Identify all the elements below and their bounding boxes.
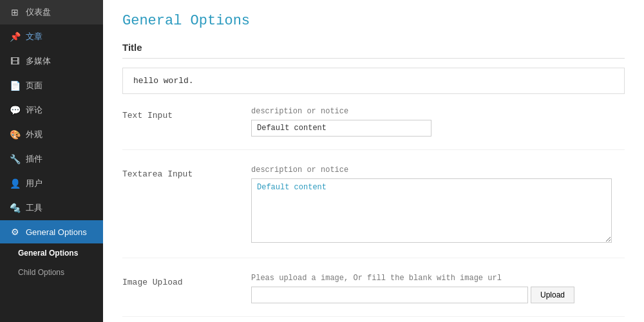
sidebar-item-appearance[interactable]: 🎨 外观 [0, 122, 103, 147]
form-row-textarea-input: Textarea Input description or notice Def… [122, 166, 625, 258]
image-upload-field-group: Pleas upload a image, Or fill the blank … [251, 274, 625, 303]
sidebar-item-media[interactable]: 🎞 多媒体 [0, 49, 103, 73]
upload-row: Upload [251, 287, 625, 303]
sidebar: ⊞ 仪表盘 📌 文章 🎞 多媒体 📄 页面 💬 评论 🎨 外观 🔧 插件 👤 用… [0, 0, 103, 322]
sidebar-item-label: 插件 [26, 153, 43, 165]
text-input-description: description or notice [251, 107, 625, 116]
sidebar-subitem-label: Child Options [18, 268, 64, 277]
sidebar-item-plugins[interactable]: 🔧 插件 [0, 147, 103, 171]
page-title: General Options [122, 13, 625, 29]
sidebar-subitem-label: General Options [18, 249, 78, 258]
form-row-text-input: Text Input description or notice [122, 107, 625, 150]
textarea-description: description or notice [251, 166, 625, 175]
dashboard-icon: ⊞ [9, 7, 21, 17]
sidebar-item-label: General Options [26, 227, 87, 237]
posts-icon: 📌 [9, 32, 21, 42]
tools-icon: 🔩 [9, 203, 21, 213]
sidebar-subitem-child-options[interactable]: Child Options [0, 263, 103, 282]
appearance-icon: 🎨 [9, 129, 21, 140]
text-input[interactable] [251, 120, 431, 137]
hello-text: hello world. [122, 68, 625, 94]
sidebar-item-comments[interactable]: 💬 评论 [0, 98, 103, 122]
text-input-label: Text Input [122, 107, 251, 120]
sidebar-subitem-general-options[interactable]: General Options [0, 243, 103, 263]
users-icon: 👤 [9, 178, 21, 189]
section-title: Title [122, 42, 625, 59]
sidebar-item-label: 仪表盘 [26, 6, 51, 18]
sidebar-item-label: 用户 [26, 178, 43, 189]
sidebar-item-label: 文章 [26, 31, 43, 43]
text-input-field-group: description or notice [251, 107, 625, 137]
sidebar-item-dashboard[interactable]: ⊞ 仪表盘 [0, 0, 103, 24]
sidebar-item-label: 评论 [26, 104, 43, 116]
image-upload-description: Pleas upload a image, Or fill the blank … [251, 274, 625, 283]
upload-button[interactable]: Upload [531, 287, 574, 303]
main-content: General Options Title hello world. Text … [103, 0, 644, 322]
image-url-input[interactable] [251, 287, 528, 303]
textarea-input-label: Textarea Input [122, 166, 251, 179]
sidebar-item-settings[interactable]: ⚙ General Options [0, 220, 103, 243]
sidebar-item-label: 外观 [26, 129, 43, 140]
plugins-icon: 🔧 [9, 154, 21, 164]
sidebar-item-label: 页面 [26, 80, 43, 91]
textarea-field-group: description or notice Default content [251, 166, 625, 245]
sidebar-item-users[interactable]: 👤 用户 [0, 171, 103, 196]
comments-icon: 💬 [9, 105, 21, 115]
form-row-image-upload: Image Upload Pleas upload a image, Or fi… [122, 274, 625, 317]
media-icon: 🎞 [9, 56, 21, 66]
sidebar-item-label: 工具 [26, 202, 43, 214]
pages-icon: 📄 [9, 80, 21, 91]
sidebar-item-label: 多媒体 [26, 55, 51, 67]
image-upload-label: Image Upload [122, 274, 251, 287]
settings-icon: ⚙ [9, 227, 21, 237]
textarea-input[interactable]: Default content [251, 178, 612, 243]
sidebar-item-posts[interactable]: 📌 文章 [0, 24, 103, 49]
sidebar-item-pages[interactable]: 📄 页面 [0, 73, 103, 98]
sidebar-item-tools[interactable]: 🔩 工具 [0, 196, 103, 220]
